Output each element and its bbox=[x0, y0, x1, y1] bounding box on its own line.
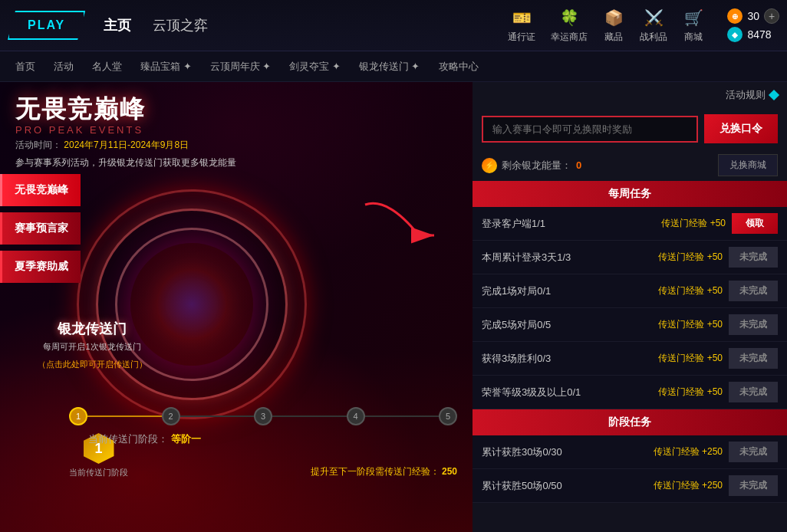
weekly-task-1: 本周累计登录3天1/3 传送门经验 +50 未完成 bbox=[473, 241, 787, 274]
energy-row: ⚡ 剩余银龙能量： 0 兑换商城 bbox=[473, 149, 787, 181]
task-btn-5[interactable]: 未完成 bbox=[729, 382, 778, 402]
task-name-1: 本周累计登录3天1/3 bbox=[482, 251, 652, 264]
right-panel: 活动规则 兑换口令 ⚡ 剩余银龙能量： 0 兑换商城 每周任务 登录客户端1/1… bbox=[473, 82, 787, 532]
stage-task-btn-0[interactable]: 未完成 bbox=[729, 442, 778, 462]
task-name-2: 完成1场对局0/1 bbox=[482, 284, 652, 298]
progress-line-2 bbox=[180, 415, 255, 417]
weekly-task-header: 每周任务 bbox=[473, 181, 787, 207]
sec-nav-home[interactable]: 首页 bbox=[15, 60, 35, 74]
lucky-icon: 🍀 bbox=[558, 7, 580, 28]
code-input-wrapper bbox=[482, 116, 698, 143]
task-reward-3: 传送门经验 +50 bbox=[658, 318, 723, 331]
progress-dot-2: 2 bbox=[162, 407, 180, 425]
exchange-shop-button[interactable]: 兑换商城 bbox=[718, 154, 778, 176]
sec-nav-guide[interactable]: 攻略中心 bbox=[439, 60, 479, 74]
event-title: 无畏竞巅峰 bbox=[15, 96, 236, 123]
main-content: 无畏竞巅峰 PRO PEAK EVENTS 活动时间： 2024年7月11日-2… bbox=[0, 82, 787, 532]
task-reward-0: 传送门经验 +50 bbox=[661, 217, 726, 230]
collection-icon: 📦 bbox=[603, 7, 624, 28]
sec-nav-portal[interactable]: 银龙传送门 ✦ bbox=[359, 60, 420, 74]
currency-icon-2: ◆ bbox=[727, 27, 743, 42]
nav-pass[interactable]: 🎫 通行证 bbox=[508, 7, 535, 44]
task-btn-4[interactable]: 未完成 bbox=[729, 348, 778, 369]
weekly-task-4: 获得3场胜利0/3 传送门经验 +50 未完成 bbox=[473, 342, 787, 376]
portal-label: 银龙传送门 每周可开启1次银龙传送门 （点击此处即可开启传送门） bbox=[38, 320, 147, 509]
nav-collection[interactable]: 📦 藏品 bbox=[603, 7, 624, 44]
next-stage-label: 提升至下一阶段需传送门经验： bbox=[311, 466, 440, 477]
portal-status: 当前传送门阶段： 等阶一 bbox=[88, 432, 201, 446]
next-stage-text: 提升至下一阶段需传送门经验： 250 bbox=[311, 465, 457, 478]
next-stage-value: 250 bbox=[442, 466, 457, 477]
task-name-3: 完成5场对局0/5 bbox=[482, 318, 652, 332]
currency-display: ⊕ 30 + ◆ 8478 bbox=[727, 8, 779, 42]
code-area: 兑换口令 bbox=[473, 108, 787, 149]
date-value: 2024年7月11日-2024年9月8日 bbox=[64, 140, 189, 150]
stage-task-header: 阶段任务 bbox=[473, 409, 787, 435]
status-value: 等阶一 bbox=[171, 433, 201, 445]
progress-dot-4: 4 bbox=[347, 407, 365, 425]
loot-icon: ⚔️ bbox=[643, 7, 664, 28]
weekly-task-2: 完成1场对局0/1 传送门经验 +50 未完成 bbox=[473, 274, 787, 308]
left-panel: 无畏竞巅峰 PRO PEAK EVENTS 活动时间： 2024年7月11日-2… bbox=[0, 82, 473, 532]
task-reward-2: 传送门经验 +50 bbox=[658, 284, 723, 297]
energy-left: ⚡ 剩余银龙能量： 0 bbox=[482, 158, 581, 173]
nav-home[interactable]: 主页 bbox=[104, 16, 131, 34]
red-arrow-decoration bbox=[357, 189, 449, 251]
sec-nav-activity[interactable]: 活动 bbox=[54, 60, 74, 74]
sec-nav-halloffame[interactable]: 名人堂 bbox=[92, 60, 122, 74]
shop-icon: 🛒 bbox=[683, 7, 704, 28]
weekly-task-0: 登录客户端1/1 传送门经验 +50 领取 bbox=[473, 207, 787, 241]
nav-loot[interactable]: ⚔️ 战利品 bbox=[640, 7, 667, 44]
event-date: 活动时间： 2024年7月11日-2024年9月8日 bbox=[15, 139, 236, 152]
activity-rules-button[interactable]: 活动规则 bbox=[473, 82, 787, 108]
progress-dot-3: 3 bbox=[254, 407, 272, 425]
side-tabs: 无畏竞巅峰 赛事预言家 夏季赛助威 bbox=[0, 174, 81, 283]
side-tab-1[interactable]: 赛事预言家 bbox=[0, 212, 81, 245]
play-button[interactable]: PLAY bbox=[8, 11, 85, 40]
redeem-button[interactable]: 兑换口令 bbox=[704, 114, 778, 143]
sec-nav-jianling[interactable]: 剑灵夺宝 ✦ bbox=[289, 60, 341, 74]
portal-name: 银龙传送门 bbox=[38, 320, 147, 338]
stage-task-name-0: 累计获胜30场0/30 bbox=[482, 445, 647, 459]
main-nav-links: 主页 云顶之弈 bbox=[104, 16, 208, 34]
task-btn-2[interactable]: 未完成 bbox=[729, 281, 778, 301]
currency-value-2: 8478 bbox=[747, 28, 771, 41]
weekly-task-3: 完成5场对局0/5 传送门经验 +50 未完成 bbox=[473, 308, 787, 342]
event-subtitle: 参与赛事系列活动，升级银龙传送门获取更多银龙能量 bbox=[15, 156, 236, 169]
task-reward-4: 传送门经验 +50 bbox=[658, 352, 723, 365]
energy-label: 剩余银龙能量： bbox=[502, 159, 571, 172]
nav-icons: 🎫 通行证 🍀 幸运商店 📦 藏品 ⚔️ 战利品 🛒 商城 ⊕ 30 + ◆ bbox=[508, 7, 779, 44]
stage-task-reward-0: 传送门经验 +250 bbox=[654, 445, 723, 458]
side-tab-0[interactable]: 无畏竞巅峰 bbox=[0, 174, 81, 206]
date-label: 活动时间： bbox=[15, 140, 61, 150]
weekly-task-5: 荣誉等级3级及以上0/1 传送门经验 +50 未完成 bbox=[473, 376, 787, 409]
currency-icon-1: ⊕ bbox=[727, 8, 743, 24]
nav-tft[interactable]: 云顶之弈 bbox=[153, 16, 208, 34]
secondary-navigation: 首页 活动 名人堂 臻品宝箱 ✦ 云顶周年庆 ✦ 剑灵夺宝 ✦ 银龙传送门 ✦ … bbox=[0, 51, 787, 82]
add-currency-1[interactable]: + bbox=[764, 8, 779, 24]
task-name-5: 荣誉等级3级及以上0/1 bbox=[482, 386, 652, 399]
progress-line-4 bbox=[365, 415, 440, 417]
task-btn-3[interactable]: 未完成 bbox=[729, 314, 778, 335]
currency-value-1: 30 bbox=[747, 10, 759, 22]
title-area: 无畏竞巅峰 PRO PEAK EVENTS 活动时间： 2024年7月11日-2… bbox=[15, 96, 236, 169]
stage-task-btn-1[interactable]: 未完成 bbox=[729, 475, 778, 496]
sec-nav-anniversary[interactable]: 云顶周年庆 ✦ bbox=[210, 60, 272, 74]
side-tab-2[interactable]: 夏季赛助威 bbox=[0, 251, 81, 283]
rules-label: 活动规则 bbox=[726, 88, 766, 102]
rules-diamond-icon bbox=[769, 90, 779, 100]
currency-row-2: ◆ 8478 bbox=[727, 27, 779, 42]
nav-shop[interactable]: 🛒 商城 bbox=[683, 7, 704, 44]
task-btn-1[interactable]: 未完成 bbox=[729, 247, 778, 268]
progress-line-3 bbox=[272, 415, 347, 417]
sec-nav-treasurebox[interactable]: 臻品宝箱 ✦ bbox=[140, 60, 192, 74]
stage-task-name-1: 累计获胜50场0/50 bbox=[482, 479, 647, 493]
event-title-en: PRO PEAK EVENTS bbox=[15, 124, 236, 136]
pass-icon: 🎫 bbox=[511, 7, 532, 28]
status-label: 当前传送门阶段： bbox=[88, 433, 168, 445]
portal-open-link[interactable]: （点击此处即可开启传送门） bbox=[38, 359, 147, 370]
nav-lucky-shop[interactable]: 🍀 幸运商店 bbox=[551, 7, 588, 44]
code-input[interactable] bbox=[492, 123, 687, 135]
task-reward-5: 传送门经验 +50 bbox=[658, 386, 723, 399]
task-btn-0[interactable]: 领取 bbox=[732, 213, 778, 234]
